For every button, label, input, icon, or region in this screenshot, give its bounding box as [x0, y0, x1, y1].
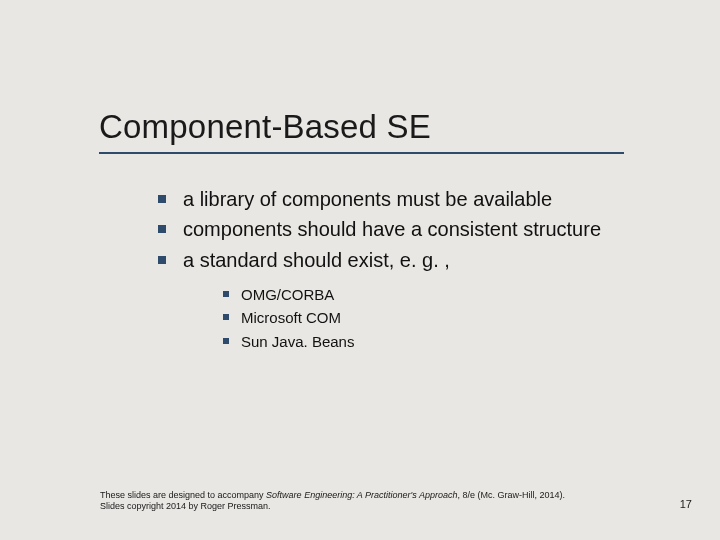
list-item: Microsoft COM [219, 306, 635, 329]
list-item: OMG/CORBA [219, 283, 635, 306]
list-item: Sun Java. Beans [219, 330, 635, 353]
bullet-text: a standard should exist, e. g. , [183, 249, 450, 271]
footer-book-title: Software Engineering: A Practitioner's A… [266, 490, 457, 500]
list-item: a standard should exist, e. g. , OMG/COR… [155, 247, 635, 353]
page-number: 17 [680, 498, 692, 510]
bullet-text: Microsoft COM [241, 309, 341, 326]
list-item: components should have a consistent stru… [155, 216, 635, 242]
sub-bullet-list: OMG/CORBA Microsoft COM Sun Java. Beans [183, 283, 635, 353]
title-block: Component-Based SE [99, 108, 639, 154]
slide: Component-Based SE a library of componen… [0, 0, 720, 540]
footer-prefix: These slides are designed to accompany [100, 490, 266, 500]
page-title: Component-Based SE [99, 108, 639, 146]
bullet-text: components should have a consistent stru… [183, 218, 601, 240]
body-text: a library of components must be availabl… [155, 186, 635, 357]
bullet-text: Sun Java. Beans [241, 333, 354, 350]
bullet-list: a library of components must be availabl… [155, 186, 635, 353]
bullet-text: a library of components must be availabl… [183, 188, 552, 210]
bullet-text: OMG/CORBA [241, 286, 334, 303]
footer-text: These slides are designed to accompany S… [100, 490, 570, 512]
title-underline [99, 152, 624, 154]
list-item: a library of components must be availabl… [155, 186, 635, 212]
